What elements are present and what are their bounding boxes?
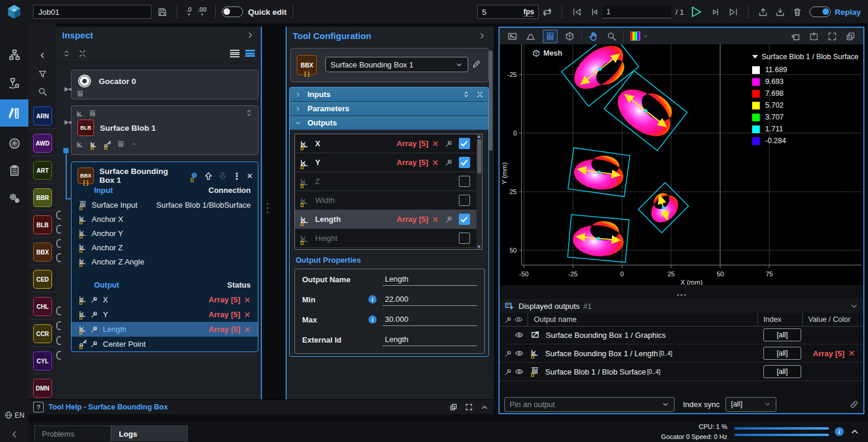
tool-badge-blb[interactable]: BLB bbox=[33, 215, 52, 234]
fullscreen-help-icon[interactable] bbox=[465, 403, 473, 411]
loop-playback-icon[interactable] bbox=[542, 7, 552, 17]
frame-number-input[interactable]: 1 bbox=[603, 6, 671, 18]
index-value-box[interactable]: [all] bbox=[763, 365, 801, 378]
filter-tools-icon[interactable] bbox=[28, 66, 56, 82]
output-enable-checkbox[interactable] bbox=[459, 233, 470, 244]
collapse-all-sections-icon[interactable] bbox=[476, 91, 484, 98]
surface-blob-node-card[interactable]: BLB Surface Blob 1 [] [] bbox=[71, 105, 258, 155]
collapse-tool-config-button[interactable] bbox=[478, 31, 487, 40]
skip-to-last-frame-button[interactable] bbox=[728, 7, 739, 17]
tool-menu-kebab-icon[interactable]: ⋮ bbox=[232, 172, 241, 180]
tool-config-scrollbar[interactable] bbox=[489, 47, 493, 378]
surface-view-icon[interactable] bbox=[543, 30, 558, 43]
panel-splitter-grip[interactable] bbox=[265, 203, 269, 218]
collapse-all-tools-icon[interactable] bbox=[78, 49, 87, 58]
sidebar-item-inspect[interactable] bbox=[0, 99, 28, 127]
tool-settings-icon[interactable]: [] bbox=[190, 172, 199, 180]
index-value-box[interactable]: [all] bbox=[763, 347, 801, 360]
displayed-output-row[interactable]: []Surface Blob 1 / Blob Surface[0..4][al… bbox=[500, 363, 863, 381]
link-views-icon[interactable] bbox=[850, 400, 859, 409]
collapse-inspect-panel-button[interactable] bbox=[246, 31, 255, 40]
surface-bounding-box-node-card[interactable]: BBX[ ] Surface Bounding Box 1 [] ⋮ ✕ Inp… bbox=[71, 162, 258, 352]
remove-output-icon[interactable]: ✕ bbox=[244, 310, 251, 320]
language-selector[interactable]: EN bbox=[0, 411, 28, 420]
dock-view-icon[interactable] bbox=[791, 31, 801, 41]
expand-status-panel-icon[interactable] bbox=[850, 427, 860, 437]
legend-collapse-icon[interactable] bbox=[752, 55, 758, 59]
import-recording-button[interactable] bbox=[775, 7, 785, 17]
tab-logs[interactable]: Logs bbox=[111, 425, 188, 441]
profile-view-icon[interactable] bbox=[526, 31, 536, 41]
job-name-input[interactable] bbox=[33, 5, 151, 19]
visibility-icon[interactable] bbox=[515, 367, 523, 376]
viewport-splitter[interactable] bbox=[500, 292, 863, 298]
play-button[interactable] bbox=[689, 5, 703, 19]
bbox-input-row[interactable]: []Anchor Y bbox=[72, 226, 258, 240]
bbox-output-row[interactable]: []LengthArray [5]✕ bbox=[72, 322, 258, 337]
property-input[interactable] bbox=[383, 273, 477, 286]
remove-output-icon[interactable]: ✕ bbox=[244, 325, 251, 334]
config-output-row[interactable]: []LengthArray [5]✕ bbox=[295, 210, 482, 229]
displayed-outputs-header[interactable]: Displayed outputs #1 bbox=[500, 299, 863, 313]
index-sync-dropdown[interactable]: [all] bbox=[726, 397, 776, 412]
tool-badge-bbr[interactable]: BBR bbox=[33, 188, 52, 207]
property-input[interactable] bbox=[383, 314, 477, 326]
undock-help-icon[interactable] bbox=[449, 403, 458, 411]
delete-recording-button[interactable] bbox=[792, 7, 802, 17]
pan-tool-icon[interactable] bbox=[588, 31, 598, 41]
search-tools-icon[interactable] bbox=[28, 84, 56, 99]
tool-badge-dmn[interactable]: DMN bbox=[33, 379, 52, 398]
tool-help-bar[interactable]: ? Tool Help - Surface Bounding Box bbox=[28, 399, 494, 414]
remove-output-icon[interactable]: ✕ bbox=[432, 215, 439, 224]
config-output-row[interactable]: []XArray [5]✕ bbox=[295, 134, 482, 153]
move-tool-up-icon[interactable] bbox=[204, 172, 213, 180]
move-tool-down-icon[interactable] bbox=[218, 172, 227, 180]
zoom-tool-icon[interactable] bbox=[607, 31, 617, 41]
skip-to-first-frame-button[interactable] bbox=[572, 7, 582, 17]
property-input[interactable] bbox=[383, 334, 477, 346]
close-tool-card-icon[interactable]: ✕ bbox=[247, 172, 253, 180]
displayed-output-row[interactable]: []Surface Bounding Box 1 / Length[0..4][… bbox=[500, 344, 863, 363]
decimal-decrease-button[interactable]: .0▾ bbox=[186, 7, 192, 17]
index-value-box[interactable]: [all] bbox=[763, 328, 801, 341]
block-view-button[interactable] bbox=[245, 50, 255, 57]
remove-displayed-output-icon[interactable]: ✕ bbox=[848, 349, 855, 358]
bbox-output-row[interactable]: []Center Point bbox=[72, 337, 258, 351]
colormap-dropdown[interactable] bbox=[630, 31, 649, 41]
config-output-row[interactable]: []Z bbox=[295, 172, 482, 191]
collapse-displayed-outputs-icon[interactable] bbox=[850, 302, 859, 311]
image-view-icon[interactable] bbox=[507, 31, 517, 41]
info-icon[interactable]: i bbox=[368, 315, 377, 324]
tool-badge-art[interactable]: ART bbox=[33, 161, 52, 180]
tool-badge-arn[interactable]: ARN bbox=[33, 107, 52, 125]
parameters-section-header[interactable]: Parameters bbox=[290, 102, 488, 116]
bbox-input-row[interactable]: []Anchor X bbox=[72, 212, 258, 226]
quick-edit-toggle[interactable] bbox=[222, 7, 243, 17]
list-view-button[interactable] bbox=[230, 50, 239, 57]
visibility-icon[interactable] bbox=[515, 331, 523, 339]
output-enable-checkbox[interactable] bbox=[459, 157, 470, 168]
fit-to-data-icon[interactable] bbox=[809, 31, 819, 41]
pin-an-output-dropdown[interactable]: Pin an output bbox=[504, 397, 675, 412]
pin-output-icon[interactable] bbox=[445, 215, 453, 224]
gocator-node-card[interactable]: Gocator 0 bbox=[71, 70, 258, 99]
tool-badge-bbx[interactable]: BBX bbox=[33, 243, 52, 262]
status-info-icon[interactable]: i bbox=[835, 427, 844, 436]
output-enable-checkbox[interactable] bbox=[459, 214, 470, 225]
pin-icon[interactable] bbox=[504, 368, 513, 376]
decimal-increase-button[interactable]: .00▾ bbox=[197, 7, 206, 17]
pin-output-icon[interactable] bbox=[445, 159, 453, 167]
expand-help-icon[interactable] bbox=[480, 403, 489, 412]
bbox-input-row[interactable]: []Anchor Z bbox=[72, 240, 258, 254]
visibility-icon[interactable] bbox=[515, 349, 523, 357]
tab-problems[interactable]: Problems bbox=[34, 425, 111, 441]
sidebar-item-settings[interactable] bbox=[0, 186, 28, 209]
fullscreen-view-icon[interactable] bbox=[827, 31, 837, 41]
sidebar-item-sensor[interactable] bbox=[0, 71, 28, 95]
tool-badge-chl[interactable]: CHL bbox=[33, 297, 52, 316]
expand-all-sections-icon[interactable] bbox=[462, 91, 470, 98]
displayed-output-row[interactable]: Surface Bounding Box 1 / Graphics[all] bbox=[500, 326, 863, 344]
property-input[interactable] bbox=[383, 293, 477, 306]
remove-output-icon[interactable]: ✕ bbox=[432, 158, 439, 167]
bbox-output-row[interactable]: []XArray [5]✕ bbox=[72, 292, 258, 307]
